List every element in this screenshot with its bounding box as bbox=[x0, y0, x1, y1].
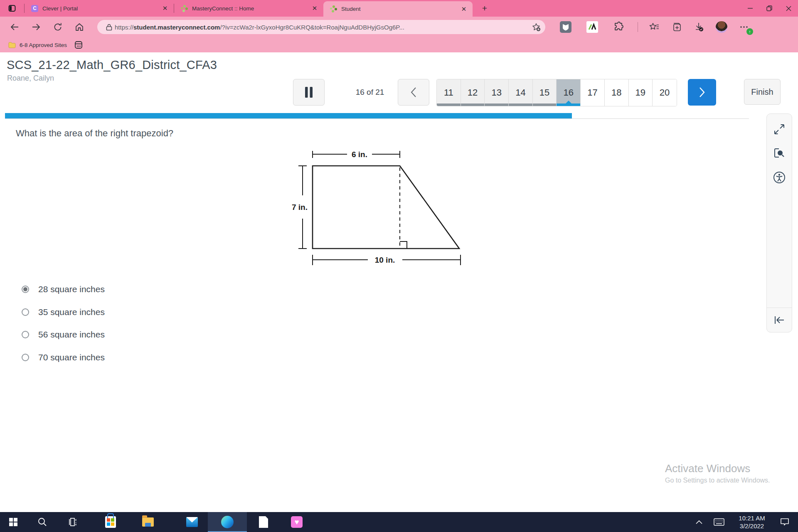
collapse-panel-icon[interactable] bbox=[767, 308, 792, 332]
finish-button[interactable]: Finish bbox=[744, 79, 781, 105]
option-label: 56 square inches bbox=[38, 330, 105, 340]
heart-app-icon[interactable]: ♥ bbox=[287, 512, 307, 532]
back-icon[interactable] bbox=[7, 20, 22, 34]
favorites-icon[interactable] bbox=[648, 21, 660, 33]
tab-masteryconnect-home[interactable]: MasteryConnect :: Home ✕ bbox=[174, 0, 323, 17]
search-icon[interactable] bbox=[32, 512, 52, 532]
previous-question-button[interactable] bbox=[398, 79, 429, 106]
windows-taskbar: ♥ 10:21 AM 3/2/2022 bbox=[0, 512, 798, 532]
action-center-icon[interactable] bbox=[775, 512, 795, 532]
page-number[interactable]: 16 bbox=[557, 79, 581, 106]
close-window-button[interactable] bbox=[779, 0, 798, 17]
update-available-badge: ↑ bbox=[746, 28, 753, 35]
answer-option[interactable]: 28 square inches bbox=[22, 278, 105, 301]
forward-icon[interactable] bbox=[29, 20, 43, 34]
extension-shield-icon[interactable] bbox=[559, 21, 572, 33]
collections-icon[interactable] bbox=[670, 21, 683, 33]
review-magnifier-icon[interactable] bbox=[767, 141, 792, 165]
refresh-icon[interactable] bbox=[51, 20, 65, 34]
test-controls: 16 of 21 11 12 13 14 15 16 17 18 19 20 F… bbox=[0, 78, 798, 106]
extension-slash-icon[interactable] bbox=[586, 21, 598, 33]
page-number[interactable]: 12 bbox=[461, 79, 485, 106]
bookmark-label: 6-8 Approved Sites bbox=[20, 42, 67, 48]
radio-button[interactable] bbox=[22, 354, 29, 361]
new-tab-button[interactable]: + bbox=[478, 2, 491, 15]
radio-button[interactable] bbox=[22, 286, 29, 293]
lock-icon[interactable] bbox=[103, 21, 115, 33]
test-tools-panel bbox=[766, 113, 792, 332]
masteryconnect-icon bbox=[181, 5, 188, 12]
screen: C Clever | Portal ✕ MasteryConnect :: Ho… bbox=[0, 0, 798, 532]
start-button[interactable] bbox=[3, 512, 23, 532]
tab-close-icon[interactable]: ✕ bbox=[459, 5, 468, 14]
url-domain: student.masteryconnect.com bbox=[133, 24, 220, 31]
page-number[interactable]: 20 bbox=[653, 79, 677, 106]
radio-button[interactable] bbox=[22, 308, 29, 316]
answer-option[interactable]: 70 square inches bbox=[22, 346, 105, 369]
hidden-icons-chevron[interactable] bbox=[689, 512, 709, 532]
mail-icon[interactable] bbox=[182, 512, 202, 532]
radio-button[interactable] bbox=[22, 331, 29, 338]
page-number[interactable]: 11 bbox=[437, 79, 461, 106]
assessment-title: SCS_21-22_Math_GR6_District_CFA3 bbox=[7, 58, 217, 72]
toolbar-separator bbox=[638, 22, 638, 32]
settings-menu-icon[interactable]: ↑ bbox=[738, 21, 750, 33]
bookmarks-bar: 6-8 Approved Sites bbox=[0, 37, 798, 52]
tab-actions-menu-button[interactable] bbox=[6, 3, 18, 14]
question-number-strip: 11 12 13 14 15 16 17 18 19 20 bbox=[436, 79, 677, 106]
answer-options: 28 square inches 35 square inches 56 squ… bbox=[22, 278, 105, 369]
clock-time: 10:21 AM bbox=[729, 514, 775, 522]
page-number[interactable]: 18 bbox=[605, 79, 629, 106]
pause-button[interactable] bbox=[293, 79, 325, 106]
tab-clever-portal[interactable]: C Clever | Portal ✕ bbox=[25, 0, 174, 17]
window-controls bbox=[741, 0, 798, 17]
taskbar-clock[interactable]: 10:21 AM 3/2/2022 bbox=[729, 514, 775, 530]
activate-windows-watermark: Activate Windows Go to Settings to activ… bbox=[665, 462, 770, 484]
address-bar[interactable]: https://student.masteryconnect.com/?iv=z… bbox=[97, 20, 545, 34]
answer-option[interactable]: 56 square inches bbox=[22, 323, 105, 346]
edge-browser-icon[interactable] bbox=[208, 512, 247, 532]
tab-title: Student bbox=[341, 6, 455, 12]
home-icon[interactable] bbox=[72, 20, 86, 34]
url-text[interactable]: https://student.masteryconnect.com/?iv=z… bbox=[115, 24, 530, 31]
tab-student[interactable]: Student ✕ bbox=[323, 1, 473, 17]
question-counter: 16 of 21 bbox=[345, 79, 395, 106]
expand-fullscreen-icon[interactable] bbox=[767, 117, 792, 141]
tab-close-icon[interactable]: ✕ bbox=[310, 4, 319, 13]
page-number[interactable]: 19 bbox=[629, 79, 653, 106]
question-text: What is the area of the right trapezoid? bbox=[16, 128, 173, 139]
option-label: 70 square inches bbox=[38, 352, 105, 362]
minimize-button[interactable] bbox=[741, 0, 760, 17]
document-app-icon[interactable] bbox=[254, 512, 273, 532]
clock-date: 3/2/2022 bbox=[729, 522, 775, 530]
downloads-icon[interactable] bbox=[693, 21, 705, 33]
progress-fill bbox=[5, 113, 572, 118]
page-number[interactable]: 17 bbox=[581, 79, 605, 106]
extensions-puzzle-icon[interactable] bbox=[613, 21, 625, 33]
page-number[interactable]: 14 bbox=[509, 79, 533, 106]
tab-title: MasteryConnect :: Home bbox=[192, 5, 306, 12]
answer-option[interactable]: 35 square inches bbox=[22, 301, 105, 324]
test-page: SCS_21-22_Math_GR6_District_CFA3 Roane, … bbox=[0, 52, 798, 512]
other-favorites-icon[interactable] bbox=[74, 41, 83, 49]
next-question-button[interactable] bbox=[688, 79, 716, 106]
tab-close-icon[interactable]: ✕ bbox=[160, 4, 170, 13]
touch-keyboard-icon[interactable] bbox=[709, 512, 729, 532]
task-view-icon[interactable] bbox=[63, 512, 83, 532]
clever-icon: C bbox=[31, 5, 38, 12]
system-tray: 10:21 AM 3/2/2022 bbox=[689, 512, 798, 532]
url-path: /?iv=zcWa2r-lxGyxoHgr8CuKRQ&tok=RoajNguA… bbox=[220, 24, 404, 31]
restore-button[interactable] bbox=[760, 0, 779, 17]
accessibility-icon[interactable] bbox=[767, 165, 792, 190]
page-number[interactable]: 15 bbox=[533, 79, 557, 106]
add-favorite-icon[interactable] bbox=[530, 21, 542, 33]
profile-avatar[interactable] bbox=[715, 21, 728, 33]
file-explorer-icon[interactable] bbox=[138, 512, 158, 532]
left-dimension-label: 7 in. bbox=[292, 203, 308, 212]
browser-tab-strip: C Clever | Portal ✕ MasteryConnect :: Ho… bbox=[0, 0, 798, 17]
microsoft-store-icon[interactable] bbox=[101, 512, 121, 532]
page-number[interactable]: 13 bbox=[485, 79, 509, 106]
bookmark-folder-6-8-approved-sites[interactable]: 6-8 Approved Sites bbox=[8, 42, 67, 48]
watermark-title: Activate Windows bbox=[665, 462, 770, 475]
bottom-dimension-label: 10 in. bbox=[375, 256, 395, 264]
